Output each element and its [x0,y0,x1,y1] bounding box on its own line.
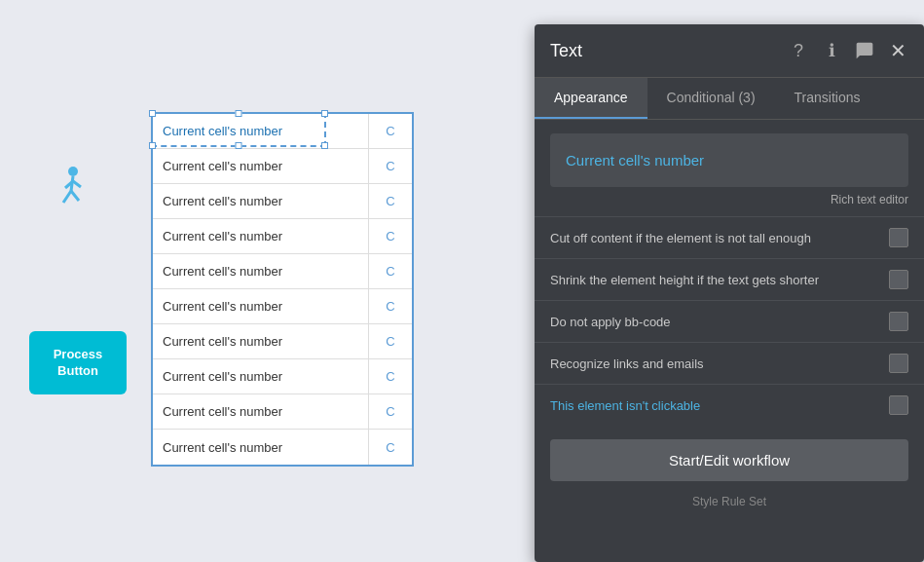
rich-text-label: Rich text editor [535,193,924,216]
checkbox-links[interactable] [889,354,908,373]
option-label-clickable: This element isn't clickable [550,398,889,413]
option-row-links: Recognize links and emails [535,342,924,384]
cell-right: C [369,184,412,218]
cell-right: C [369,430,412,465]
panel-icon-group: ? ℹ ✕ [788,40,908,61]
svg-line-3 [71,191,79,201]
cell-right: C [369,149,412,183]
data-table: Current cell's number C Current cell's n… [151,112,414,467]
cell-right: C [369,324,412,358]
cell-left: Current cell's number [153,219,369,253]
cell-right: C [369,254,412,288]
cell-right: C [369,359,412,393]
svg-point-0 [68,167,78,176]
cell-left: Current cell's number [153,394,369,429]
cell-left: Current cell's number [153,359,369,393]
cell-right: C [369,219,412,253]
cell-left: Current cell's number [153,289,369,323]
option-label-links: Recognize links and emails [550,356,889,371]
panel-body: Current cell's number Rich text editor C… [535,120,924,562]
table-row[interactable]: Current cell's number C [153,289,412,324]
cell-left: Current cell's number [153,114,369,148]
tab-appearance[interactable]: Appearance [535,78,647,119]
process-button[interactable]: Process Button [29,331,127,394]
checkbox-cutoff[interactable] [889,228,908,247]
option-row-cutoff: Cut off content if the element is not ta… [535,216,924,258]
help-icon[interactable]: ? [788,40,809,61]
option-row-bbcode: Do not apply bb-code [535,300,924,342]
text-preview-box[interactable]: Current cell's number [550,133,908,187]
table-row[interactable]: Current cell's number C [153,184,412,219]
table-row[interactable]: Current cell's number C [153,359,412,394]
cell-right: C [369,114,412,148]
checkbox-clickable[interactable] [889,395,908,415]
cell-left: Current cell's number [153,254,369,288]
cell-left: Current cell's number [153,430,369,465]
cell-left: Current cell's number [153,149,369,183]
panel-tabs: Appearance Conditional (3) Transitions [535,78,924,120]
cell-left: Current cell's number [153,184,369,218]
table-row[interactable]: Current cell's number C [153,254,412,289]
properties-panel: Text ? ℹ ✕ Appearance Conditional (3) Tr… [535,24,924,562]
checkbox-shrink[interactable] [889,270,908,289]
option-row-shrink: Shrink the element height if the text ge… [535,258,924,300]
footer-hint: Style Rule Set [535,495,924,516]
option-label-bbcode: Do not apply bb-code [550,315,889,329]
table-row[interactable]: Current cell's number C [153,394,412,430]
option-row-clickable: This element isn't clickable [535,384,924,426]
table-row[interactable]: Current cell's number C [153,149,412,184]
cell-right: C [369,394,412,429]
comment-icon[interactable] [854,40,875,61]
tab-conditional[interactable]: Conditional (3) [647,78,775,119]
start-edit-button[interactable]: Start/Edit workflow [550,439,908,481]
table-row[interactable]: Current cell's number C [153,324,412,359]
table-row[interactable]: Current cell's number C [153,114,412,149]
panel-header: Text ? ℹ ✕ [535,24,924,78]
walking-icon [54,164,92,203]
panel-title: Text [550,41,788,61]
svg-line-2 [63,191,71,203]
table-row[interactable]: Current cell's number C [153,430,412,465]
text-preview-content: Current cell's number [566,152,704,169]
option-label-cutoff: Cut off content if the element is not ta… [550,231,889,245]
checkbox-bbcode[interactable] [889,312,908,331]
cell-left: Current cell's number [153,324,369,358]
cell-right: C [369,289,412,323]
close-icon[interactable]: ✕ [887,40,908,61]
info-icon[interactable]: ℹ [821,40,842,61]
table-row[interactable]: Current cell's number C [153,219,412,254]
option-label-shrink: Shrink the element height if the text ge… [550,273,889,287]
canvas-area: Process Button Current cell's number C C… [0,0,428,562]
svg-line-5 [73,181,81,187]
tab-transitions[interactable]: Transitions [775,78,880,119]
